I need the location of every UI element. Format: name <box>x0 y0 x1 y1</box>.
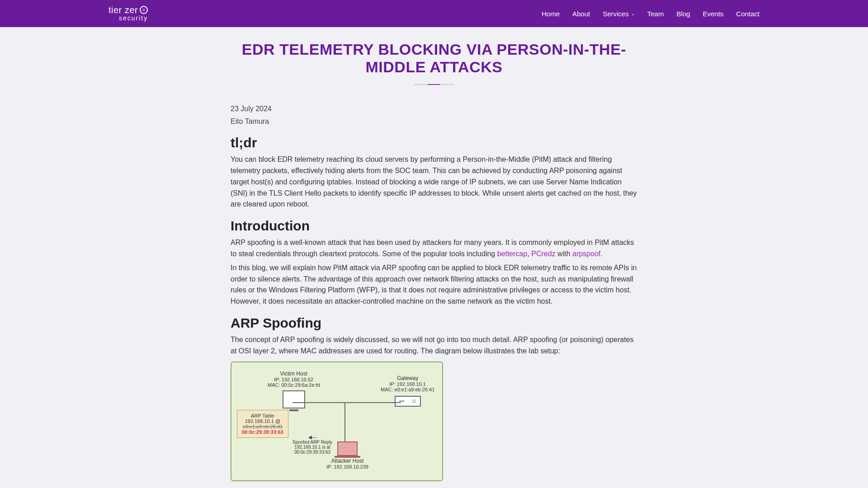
router-icon: ▪▪▪▪◫ <box>395 396 421 407</box>
navbar: tier zer security Home About Services ⌄ … <box>0 0 868 27</box>
title-underline <box>414 84 454 85</box>
logo-text-top: tier zer <box>108 5 138 15</box>
logo-icon <box>140 6 148 14</box>
post-date: 23 July 2024 <box>231 103 637 115</box>
victim-ip: IP: 192.168.10.52 <box>268 377 320 382</box>
nav-team[interactable]: Team <box>647 10 664 18</box>
link-pcredz[interactable]: PCredz <box>531 250 555 258</box>
arp-line1: 192.168.10.1 @ <box>242 418 283 424</box>
victim-label: Victim Host <box>268 371 320 377</box>
gateway-mac: MAC: e0:e1:a9:eb:26:41 <box>381 387 434 392</box>
monitor-icon <box>283 390 305 408</box>
gateway-label: Gateway <box>381 375 434 381</box>
nav-about[interactable]: About <box>572 10 590 18</box>
nav-services[interactable]: Services ⌄ <box>603 10 635 18</box>
link-bettercap[interactable]: bettercap <box>497 250 528 258</box>
laptop-icon <box>337 441 358 456</box>
intro-heading: Introduction <box>231 218 637 234</box>
nav-links: Home About Services ⌄ Team Blog Events C… <box>542 10 850 18</box>
content: EDR TELEMETRY BLOCKING VIA PERSON-IN-THE… <box>231 27 637 488</box>
link-arpspoof[interactable]: arpspoof <box>572 250 600 258</box>
intro-body-2: In this blog, we will explain how PitM a… <box>231 263 637 307</box>
post-author: Eito Tamura <box>231 116 637 127</box>
tldr-heading: tl;dr <box>231 135 637 150</box>
arp-line2: e0:e1:a9:eb:26:41 <box>242 424 283 429</box>
tldr-body: You can block EDR telemetry reaching its… <box>231 154 637 210</box>
arp-title: ARP Table <box>242 413 283 418</box>
nav-contact[interactable]: Contact <box>736 10 760 18</box>
logo[interactable]: tier zer security <box>108 5 149 22</box>
page-title: EDR TELEMETRY BLOCKING VIA PERSON-IN-THE… <box>231 41 637 76</box>
arp-line3: 00:0c:29:39:33:63 <box>242 429 283 435</box>
arp-body: The concept of ARP spoofing is widely di… <box>231 334 637 357</box>
nav-home[interactable]: Home <box>542 10 560 18</box>
arp-heading: ARP Spoofing <box>231 315 637 331</box>
attacker-label: Attacker Host <box>326 458 368 464</box>
logo-text-bottom: security <box>108 15 149 22</box>
diagram-attacker: Attacker Host IP: 192.168.10.239 <box>326 441 368 469</box>
diagram-line-h <box>292 402 401 403</box>
intro-body-1: ARP spoofing is a well-known attack that… <box>231 237 637 260</box>
nav-services-label: Services <box>603 10 629 18</box>
diagram-arp-table: ARP Table 192.168.10.1 @ e0:e1:a9:eb:26:… <box>237 410 288 438</box>
nav-events[interactable]: Events <box>703 10 723 18</box>
gateway-ip: IP: 192.168.10.1 <box>381 381 434 387</box>
lab-diagram: Victim Host IP: 192.168.10.52 MAC: 00:0c… <box>231 361 443 481</box>
attacker-ip: IP: 192.168.10.239 <box>326 464 368 469</box>
chevron-down-icon: ⌄ <box>631 11 635 16</box>
victim-mac: MAC: 00:0c:29:6a:2e:fd <box>268 382 320 388</box>
nav-blog[interactable]: Blog <box>676 10 690 18</box>
diagram-line-v <box>344 402 345 443</box>
